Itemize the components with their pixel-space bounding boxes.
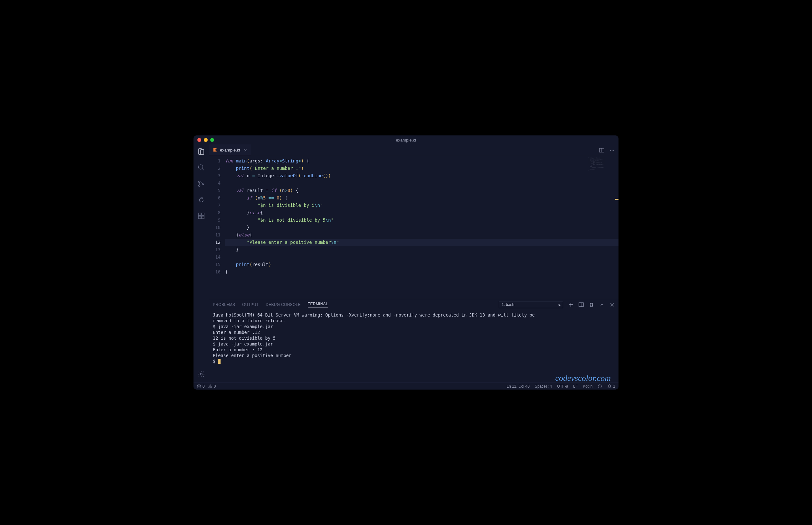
traffic-lights [197, 138, 214, 142]
terminal-line: $ java -jar example.jar [213, 324, 615, 329]
panel-tab-output[interactable]: OUTPUT [242, 302, 259, 307]
code-line[interactable]: } [225, 224, 619, 231]
status-feedback-icon[interactable] [597, 384, 602, 389]
terminal-line: Enter a number :12 [213, 329, 615, 335]
svg-line-1 [202, 168, 204, 170]
svg-rect-8 [202, 216, 204, 219]
terminal-line: removed in a future release. [213, 318, 615, 324]
panel-tabs: PROBLEMSOUTPUTDEBUG CONSOLETERMINAL 1: b… [209, 299, 619, 310]
code-line[interactable]: print("Enter a number :") [225, 165, 619, 172]
status-encoding[interactable]: UTF-8 [557, 384, 568, 389]
overview-ruler[interactable] [617, 156, 619, 299]
code-line[interactable]: }else{ [225, 231, 619, 239]
minimap[interactable]: fun main(args: Array<String>) { print("E… [586, 156, 619, 299]
status-notifications-count: 1 [613, 384, 615, 389]
line-number: 9 [209, 216, 220, 224]
line-number: 4 [209, 180, 220, 187]
status-warnings[interactable]: 0 [208, 384, 216, 389]
source-control-icon[interactable] [197, 180, 205, 188]
window-title: example.kt [396, 138, 416, 142]
terminal-content[interactable]: Java HotSpot(TM) 64-Bit Server VM warnin… [209, 310, 619, 382]
kotlin-file-icon [213, 148, 217, 152]
code-line[interactable] [225, 180, 619, 187]
status-indentation[interactable]: Spaces: 4 [535, 384, 552, 389]
status-errors[interactable]: 0 [197, 384, 205, 389]
code-line[interactable]: "$n is not divisible by 5\n" [225, 216, 619, 224]
terminal-line: Enter a number :-12 [213, 347, 615, 352]
line-number: 10 [209, 224, 220, 231]
panel-tab-terminal[interactable]: TERMINAL [308, 302, 328, 308]
line-number: 15 [209, 261, 220, 268]
svg-point-13 [610, 150, 611, 151]
panel-tab-debug-console[interactable]: DEBUG CONSOLE [266, 302, 301, 307]
watermark-text: codevscolor.com [555, 375, 611, 381]
code-content[interactable]: fun main(args: Array<String>) { print("E… [225, 156, 619, 299]
vscode-window: example.kt [193, 135, 619, 390]
debug-icon[interactable] [197, 196, 205, 204]
settings-gear-icon[interactable] [197, 370, 205, 378]
line-number: 11 [209, 231, 220, 239]
code-line[interactable]: } [225, 268, 619, 276]
terminal-line: $ [213, 358, 615, 364]
svg-point-3 [199, 185, 200, 186]
split-terminal-icon[interactable] [579, 302, 584, 307]
search-icon[interactable] [197, 164, 205, 171]
line-number: 2 [209, 165, 220, 172]
svg-point-0 [198, 165, 203, 169]
code-line[interactable]: val n = Integer.valueOf(readLine()) [225, 172, 619, 180]
code-line[interactable]: val result = if (n>0) { [225, 187, 619, 194]
line-number: 8 [209, 209, 220, 216]
editor[interactable]: 12345678910111213141516 fun main(args: A… [209, 156, 619, 299]
maximize-window-button[interactable] [210, 138, 214, 142]
status-eol[interactable]: LF [573, 384, 578, 389]
tabs-bar: example.kt × [209, 145, 619, 156]
svg-point-15 [613, 150, 614, 151]
terminal-shell-select[interactable]: 1: bash [499, 301, 563, 308]
line-number: 6 [209, 194, 220, 202]
svg-point-27 [598, 385, 602, 388]
code-line[interactable] [225, 254, 619, 261]
status-notifications[interactable]: 1 [607, 384, 615, 389]
code-line[interactable]: fun main(args: Array<String>) { [225, 157, 619, 165]
minimize-window-button[interactable] [204, 138, 208, 142]
line-number: 1 [209, 157, 220, 165]
code-line[interactable]: "$n is divisible by 5\n" [225, 202, 619, 209]
new-terminal-icon[interactable] [568, 302, 574, 307]
terminal-line: $ java -jar example.jar [213, 341, 615, 347]
status-cursor-position[interactable]: Ln 12, Col 40 [507, 384, 530, 389]
main-area: example.kt × 12345678910111213141516 fun… [209, 145, 619, 382]
code-line[interactable]: "Please enter a positive number\n" [225, 239, 619, 246]
svg-point-14 [612, 150, 613, 151]
status-errors-count: 0 [203, 384, 205, 389]
kill-terminal-icon[interactable] [589, 302, 594, 307]
tab-example-kt[interactable]: example.kt × [209, 145, 251, 156]
body-area: example.kt × 12345678910111213141516 fun… [193, 145, 619, 382]
code-line[interactable]: if (n%5 == 0) { [225, 194, 619, 202]
bottom-panel: PROBLEMSOUTPUTDEBUG CONSOLETERMINAL 1: b… [209, 299, 619, 382]
line-number: 7 [209, 202, 220, 209]
status-language[interactable]: Kotlin [583, 384, 592, 389]
extensions-icon[interactable] [197, 212, 205, 220]
overview-marker [615, 199, 619, 200]
maximize-panel-icon[interactable] [599, 302, 604, 307]
close-panel-icon[interactable] [609, 302, 615, 307]
titlebar: example.kt [193, 135, 619, 145]
tab-label: example.kt [220, 148, 240, 152]
explorer-icon[interactable] [197, 148, 205, 155]
svg-rect-7 [198, 216, 201, 219]
terminal-line: Java HotSpot(TM) 64-Bit Server VM warnin… [213, 312, 615, 318]
svg-point-29 [600, 386, 601, 386]
close-tab-icon[interactable]: × [244, 147, 247, 153]
close-window-button[interactable] [197, 138, 201, 142]
code-line[interactable]: }else{ [225, 209, 619, 216]
code-line[interactable]: } [225, 246, 619, 254]
svg-point-2 [199, 181, 200, 183]
more-actions-icon[interactable] [609, 148, 615, 153]
svg-point-28 [599, 386, 599, 386]
split-editor-icon[interactable] [599, 148, 604, 153]
svg-point-10 [200, 373, 202, 375]
terminal-cursor [218, 359, 220, 364]
panel-tab-problems[interactable]: PROBLEMS [213, 302, 235, 307]
svg-rect-9 [202, 213, 204, 215]
code-line[interactable]: print(result) [225, 261, 619, 268]
